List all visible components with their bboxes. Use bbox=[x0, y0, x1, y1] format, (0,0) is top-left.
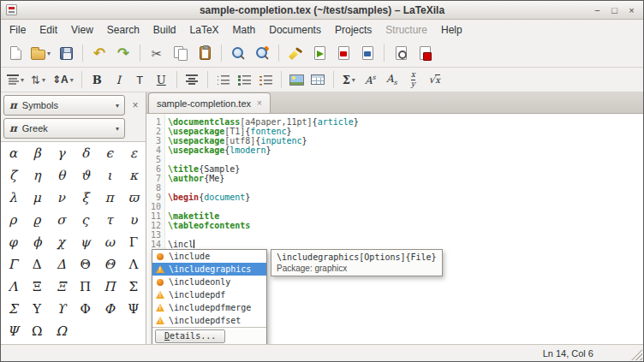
redo-button[interactable]: ↷ bbox=[112, 42, 134, 64]
compile-latex-button[interactable] bbox=[308, 42, 331, 64]
description-button[interactable] bbox=[256, 69, 276, 90]
maximize-button[interactable]: □ bbox=[607, 3, 622, 16]
symbol-δ[interactable]: δ bbox=[81, 145, 89, 161]
symbol-ϖ[interactable]: ϖ bbox=[128, 190, 139, 205]
symbol-λ[interactable]: λ bbox=[9, 190, 17, 205]
completion-item[interactable]: \includepdfset bbox=[152, 314, 266, 327]
close-side-panel-button[interactable]: × bbox=[128, 99, 143, 111]
symbol-Λ[interactable]: Λ bbox=[9, 279, 18, 294]
menu-search[interactable]: Search bbox=[100, 21, 146, 39]
insert-image-button[interactable] bbox=[287, 69, 307, 90]
math-functions-button[interactable]: Σ▾ bbox=[339, 69, 359, 90]
symbol-θ[interactable]: θ bbox=[57, 168, 65, 183]
superscript-button[interactable]: As bbox=[361, 69, 380, 90]
symbol-Γ[interactable]: Γ bbox=[9, 257, 17, 272]
menu-view[interactable]: View bbox=[64, 21, 100, 39]
itemize-button[interactable] bbox=[213, 69, 233, 90]
enumerate-button[interactable] bbox=[235, 69, 254, 90]
symbol-χ[interactable]: χ bbox=[57, 234, 65, 250]
symbol-μ[interactable]: μ bbox=[33, 190, 41, 205]
side-panel-selector[interactable]: π Symbols ▾ bbox=[3, 95, 125, 116]
convert-dvi-pdf-button[interactable] bbox=[356, 42, 379, 64]
search-button[interactable] bbox=[227, 42, 249, 64]
fraction-button[interactable]: xy bbox=[403, 69, 423, 90]
menu-structure[interactable]: Structure bbox=[379, 21, 434, 39]
symbol-Π[interactable]: Π bbox=[80, 279, 91, 294]
symbol-Ω[interactable]: Ω bbox=[32, 323, 42, 339]
save-button[interactable] bbox=[55, 42, 77, 64]
symbol-Υ[interactable]: Υ bbox=[33, 301, 41, 317]
details-button[interactable]: Details... bbox=[155, 329, 225, 343]
symbol-Δ[interactable]: Δ bbox=[57, 257, 66, 272]
symbol-ι[interactable]: ι bbox=[107, 168, 112, 183]
symbol-Ψ[interactable]: Ψ bbox=[8, 323, 19, 339]
symbol-ρ[interactable]: ρ bbox=[9, 212, 17, 228]
sections-button[interactable]: ▾ bbox=[4, 69, 27, 90]
symbol-η[interactable]: η bbox=[33, 168, 41, 183]
symbol-Ω[interactable]: Ω bbox=[56, 323, 66, 339]
view-dvi-button[interactable] bbox=[390, 42, 412, 64]
symbol-Ψ[interactable]: Ψ bbox=[128, 301, 139, 317]
menu-latex[interactable]: LaTeX bbox=[183, 21, 226, 39]
titlebar[interactable]: sample-completion.tex (~/test/samples) –… bbox=[1, 1, 643, 20]
italic-button[interactable]: I bbox=[109, 69, 128, 90]
center-button[interactable] bbox=[182, 69, 202, 90]
completion-item[interactable]: \includepdf bbox=[152, 288, 266, 301]
tab-sample-completion[interactable]: sample-completion.tex × bbox=[148, 92, 271, 113]
clean-build-files-button[interactable] bbox=[284, 42, 307, 64]
symbol-κ[interactable]: κ bbox=[129, 168, 137, 183]
completion-item[interactable]: \includeonly bbox=[152, 276, 266, 288]
menu-help[interactable]: Help bbox=[434, 21, 469, 39]
resize-grip[interactable] bbox=[631, 349, 642, 360]
menu-math[interactable]: Math bbox=[226, 21, 263, 39]
paste-button[interactable] bbox=[194, 42, 216, 64]
completion-item[interactable]: \includegraphics bbox=[152, 263, 266, 276]
symbol-ϱ[interactable]: ϱ bbox=[33, 212, 41, 228]
completion-item[interactable]: \include bbox=[152, 250, 266, 263]
search-replace-button[interactable] bbox=[251, 42, 273, 64]
symbol-ν[interactable]: ν bbox=[57, 190, 65, 205]
symbol-Θ[interactable]: Θ bbox=[104, 257, 115, 272]
completion-item[interactable]: \includepdfmerge bbox=[152, 301, 266, 314]
symbol-ψ[interactable]: ψ bbox=[80, 234, 91, 250]
symbol-ϒ[interactable]: ϒ bbox=[57, 301, 65, 317]
compile-pdflatex-button[interactable] bbox=[332, 42, 355, 64]
menu-build[interactable]: Build bbox=[146, 21, 183, 39]
symbol-ξ[interactable]: ξ bbox=[81, 190, 88, 205]
underline-button[interactable]: U bbox=[152, 69, 171, 90]
character-size-button[interactable]: ⇕A▾ bbox=[50, 69, 76, 90]
symbol-category-selector[interactable]: π Greek ▾ bbox=[3, 118, 125, 139]
typewriter-button[interactable]: T bbox=[130, 69, 150, 90]
symbol-γ[interactable]: γ bbox=[57, 145, 65, 161]
references-button[interactable]: ⇅▾ bbox=[28, 69, 48, 90]
minimize-button[interactable]: − bbox=[590, 3, 605, 16]
symbol-ϵ[interactable]: ϵ bbox=[106, 145, 113, 161]
copy-button[interactable] bbox=[170, 42, 192, 64]
menu-documents[interactable]: Documents bbox=[262, 21, 328, 39]
new-file-button[interactable] bbox=[4, 42, 27, 64]
menu-projects[interactable]: Projects bbox=[328, 21, 379, 39]
symbol-ϑ[interactable]: ϑ bbox=[80, 168, 90, 183]
symbol-ω[interactable]: ω bbox=[104, 234, 115, 250]
tab-close-icon[interactable]: × bbox=[257, 98, 262, 108]
symbol-Θ[interactable]: Θ bbox=[80, 257, 90, 272]
view-pdf-button[interactable] bbox=[414, 42, 436, 64]
symbol-Π[interactable]: Π bbox=[104, 279, 115, 294]
bold-button[interactable]: B bbox=[87, 69, 107, 90]
symbol-Δ[interactable]: Δ bbox=[33, 257, 42, 272]
symbol-ε[interactable]: ε bbox=[130, 145, 137, 161]
open-file-button[interactable]: ▾ bbox=[28, 42, 53, 64]
symbol-π[interactable]: π bbox=[105, 190, 114, 205]
menu-file[interactable]: File bbox=[3, 21, 33, 39]
cut-button[interactable]: ✂ bbox=[146, 42, 168, 64]
symbol-ς[interactable]: ς bbox=[81, 212, 88, 228]
symbol-τ[interactable]: τ bbox=[106, 212, 113, 228]
menu-edit[interactable]: Edit bbox=[33, 21, 64, 39]
insert-table-button[interactable] bbox=[308, 69, 328, 90]
symbol-β[interactable]: β bbox=[33, 145, 41, 161]
sqrt-button[interactable]: √x bbox=[425, 69, 444, 90]
symbol-ϕ[interactable]: ϕ bbox=[33, 234, 41, 250]
symbol-Γ[interactable]: Γ bbox=[129, 234, 138, 250]
symbol-Ξ[interactable]: Ξ bbox=[33, 279, 42, 294]
symbol-υ[interactable]: υ bbox=[129, 212, 137, 228]
